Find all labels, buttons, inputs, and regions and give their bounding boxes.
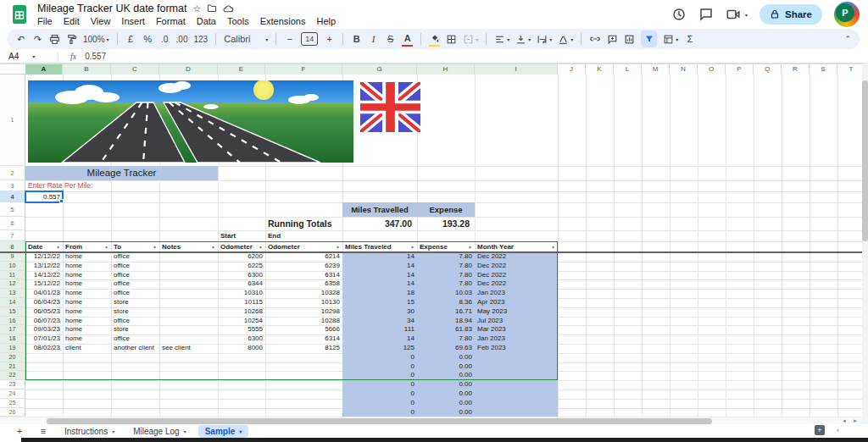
- cell-D19[interactable]: see client: [159, 344, 218, 353]
- cell-end-label[interactable]: End: [265, 230, 342, 241]
- row-header-7[interactable]: 7: [0, 230, 25, 241]
- selection-fill-handle[interactable]: [59, 199, 64, 203]
- cell-F9[interactable]: 6214: [265, 252, 342, 262]
- cell-F14[interactable]: 10130: [265, 298, 342, 307]
- functions-icon[interactable]: Σ: [684, 32, 695, 46]
- menu-tools[interactable]: Tools: [227, 16, 249, 26]
- cell-title[interactable]: Mileage Tracker: [25, 166, 218, 180]
- row-header-16[interactable]: 16: [0, 317, 25, 326]
- row-header-17[interactable]: 17: [0, 325, 25, 334]
- filter-button-icon[interactable]: ▼: [259, 245, 263, 250]
- row-header-18[interactable]: 18: [0, 334, 25, 344]
- col-header-G[interactable]: G: [342, 64, 417, 75]
- cell-miles-total[interactable]: 347.00: [342, 217, 417, 230]
- number-format-icon[interactable]: 123: [194, 32, 209, 46]
- menu-data[interactable]: Data: [197, 16, 216, 26]
- filter-views-icon[interactable]: ▾: [663, 32, 678, 46]
- cell-H22[interactable]: 0.00: [417, 371, 475, 380]
- cell-I17[interactable]: Mar 2023: [475, 325, 558, 334]
- cell-G14[interactable]: 15: [342, 298, 417, 307]
- borders-icon[interactable]: [446, 32, 457, 46]
- cell-G24[interactable]: 0: [342, 390, 417, 399]
- cell-G16[interactable]: 34: [342, 317, 417, 326]
- row-header-1[interactable]: 1: [0, 75, 25, 166]
- text-color-icon[interactable]: A: [402, 31, 413, 47]
- collapse-bottombar-icon[interactable]: ‹: [837, 426, 839, 434]
- increase-decimals-icon[interactable]: .00: [176, 32, 188, 46]
- cell-G15[interactable]: 30: [342, 307, 417, 317]
- insert-chart-icon[interactable]: [624, 32, 635, 46]
- row-header-21[interactable]: 21: [0, 362, 25, 372]
- cell-G20[interactable]: 0: [342, 353, 417, 362]
- share-button[interactable]: Share: [760, 4, 822, 25]
- cell-C10[interactable]: office: [111, 262, 159, 271]
- cell-G22[interactable]: 0: [342, 371, 417, 380]
- meet-icon[interactable]: ▾: [726, 7, 748, 22]
- cell-C16[interactable]: office: [111, 317, 159, 326]
- cell-C12[interactable]: office: [111, 279, 159, 289]
- tab-instructions[interactable]: Instructions▾: [58, 425, 121, 438]
- cell-E17[interactable]: 5555: [218, 325, 265, 334]
- col-header-N[interactable]: N: [670, 64, 698, 75]
- row-header-22[interactable]: 22: [0, 371, 25, 380]
- row-header-6[interactable]: 6: [0, 217, 25, 230]
- insert-comment-icon[interactable]: [607, 32, 618, 46]
- filter-button-icon[interactable]: ▼: [104, 245, 108, 250]
- collapse-toolbar-icon[interactable]: ⌃: [844, 35, 851, 43]
- row-header-12[interactable]: 12: [0, 279, 25, 289]
- row-header-2[interactable]: 2: [0, 166, 25, 180]
- cell-A13[interactable]: 04/01/23: [25, 289, 63, 298]
- cell-E11[interactable]: 6300: [218, 271, 265, 280]
- cell-H9[interactable]: 7.80: [417, 252, 475, 262]
- italic-icon[interactable]: I: [368, 32, 379, 46]
- cell-B18[interactable]: home: [63, 334, 111, 344]
- col-header-L[interactable]: L: [614, 64, 642, 75]
- cell-H10[interactable]: 7.80: [417, 262, 475, 271]
- cell-H20[interactable]: 0.00: [417, 353, 475, 362]
- cell-G26[interactable]: 0: [342, 408, 417, 417]
- cell-B16[interactable]: home: [63, 317, 111, 326]
- cell-E15[interactable]: 10268: [218, 307, 265, 317]
- row-header-25[interactable]: 25: [0, 399, 25, 408]
- col-header-S[interactable]: S: [810, 64, 837, 75]
- cell-F19[interactable]: 8125: [265, 344, 342, 353]
- horizontal-scroll-thumb[interactable]: [47, 418, 712, 424]
- insert-link-icon[interactable]: [589, 32, 601, 46]
- cell-G19[interactable]: 125: [342, 344, 417, 353]
- scroll-left-icon[interactable]: ◄: [842, 417, 847, 425]
- row-header-24[interactable]: 24: [0, 390, 25, 399]
- cell-E18[interactable]: 6300: [218, 334, 265, 344]
- avatar[interactable]: P: [834, 2, 860, 27]
- star-icon[interactable]: ☆: [192, 3, 201, 14]
- row-header-4[interactable]: 4: [0, 191, 25, 202]
- cell-A9[interactable]: 12/12/22: [25, 252, 63, 262]
- cell-E19[interactable]: 8000: [218, 344, 265, 353]
- cell-H25[interactable]: 0.00: [417, 399, 475, 408]
- cell-A19[interactable]: 08/02/23: [25, 344, 63, 353]
- menu-help[interactable]: Help: [316, 16, 336, 26]
- cell-C17[interactable]: store: [111, 325, 159, 334]
- cell-F10[interactable]: 6239: [265, 262, 342, 271]
- cell-G18[interactable]: 14: [342, 334, 417, 344]
- menu-edit[interactable]: Edit: [64, 16, 80, 26]
- cell-A15[interactable]: 06/05/23: [25, 307, 63, 317]
- col-header-C[interactable]: C: [111, 64, 159, 75]
- col-header-J[interactable]: J: [558, 64, 586, 75]
- horizontal-scrollbar[interactable]: ◄ ►: [0, 417, 862, 424]
- cell-C13[interactable]: office: [111, 289, 159, 298]
- name-box-caret-icon[interactable]: ▾: [32, 53, 35, 59]
- cell-I11[interactable]: Dec 2022: [475, 271, 558, 280]
- cell-I19[interactable]: Feb 2023: [475, 344, 558, 353]
- col-header-E[interactable]: E: [218, 64, 265, 75]
- comments-icon[interactable]: [698, 7, 714, 22]
- strikethrough-icon[interactable]: S: [385, 32, 396, 46]
- tab-sample[interactable]: Sample▾: [198, 425, 249, 438]
- tab-menu-caret-icon[interactable]: ▾: [112, 428, 114, 434]
- document-title[interactable]: Mileage Tracker UK date format: [37, 3, 186, 14]
- cloud-status-icon[interactable]: [223, 3, 234, 14]
- version-history-icon[interactable]: [671, 7, 687, 22]
- cell-expense-header[interactable]: Expense: [417, 202, 475, 217]
- cell-B9[interactable]: home: [63, 252, 111, 262]
- cell-A17[interactable]: 09/03/23: [25, 325, 63, 334]
- add-sheet-icon[interactable]: +: [10, 426, 29, 436]
